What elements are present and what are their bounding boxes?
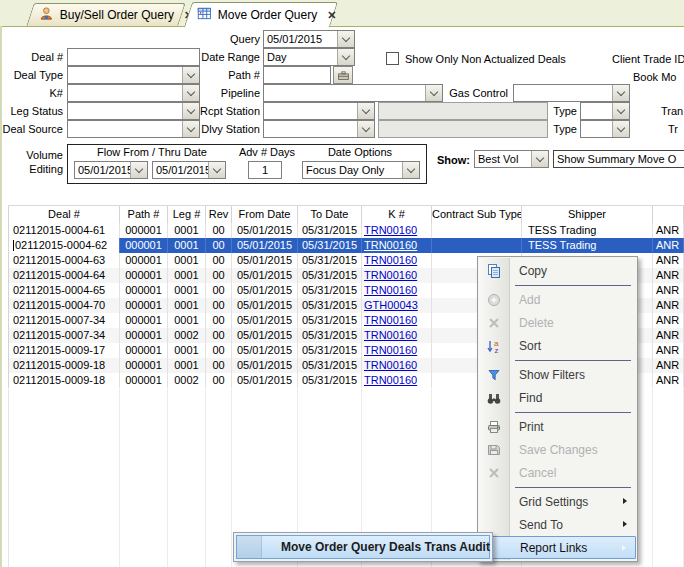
submenu-item-move-order-query-deals-trans-audit[interactable]: Move Order Query Deals Trans Audit	[236, 535, 490, 559]
menu-item-send-to[interactable]: Send To	[479, 513, 636, 536]
tab-buy-sell-order-query[interactable]: Buy/Sell Order Query ✕	[26, 3, 185, 26]
k-number-combo[interactable]	[67, 84, 200, 102]
grid-cell[interactable]: 0001	[168, 358, 206, 373]
grid-cell[interactable]: 02112015-0009-18	[8, 373, 120, 388]
grid-cell[interactable]: 05/31/2015	[298, 238, 362, 253]
column-header-k-[interactable]: K #	[362, 206, 432, 224]
dropdown-button[interactable]	[130, 162, 147, 178]
column-header-rev[interactable]: Rev	[206, 206, 232, 224]
grid-cell[interactable]: 00	[206, 223, 232, 238]
show-only-non-actualized-checkbox[interactable]	[386, 52, 399, 65]
grid-cell[interactable]: TRN00160	[362, 283, 432, 298]
grid-cell[interactable]: 00	[206, 298, 232, 313]
grid-cell[interactable]: 05/31/2015	[298, 253, 362, 268]
grid-cell[interactable]: 000001	[120, 313, 168, 328]
dropdown-button[interactable]	[612, 85, 629, 101]
grid-cell[interactable]: 000001	[120, 343, 168, 358]
grid-cell[interactable]: 000001	[120, 223, 168, 238]
grid-cell[interactable]: 0001	[168, 298, 206, 313]
date-range-combo[interactable]: Day	[263, 48, 355, 66]
grid-cell[interactable]: 0001	[168, 343, 206, 358]
column-header-blank[interactable]	[653, 206, 684, 224]
grid-cell[interactable]: 05/01/2015	[232, 313, 298, 328]
grid-cell[interactable]: TESS Trading	[522, 238, 653, 253]
grid-cell[interactable]: 00	[206, 268, 232, 283]
grid-cell[interactable]: 05/31/2015	[298, 268, 362, 283]
grid-cell[interactable]: 05/31/2015	[298, 328, 362, 343]
table-row[interactable]: 02112015-0004-6200000100010005/01/201505…	[8, 238, 684, 253]
grid-cell[interactable]: 05/01/2015	[232, 253, 298, 268]
grid-cell[interactable]: TESS Trading	[522, 223, 653, 238]
grid-cell[interactable]: 05/01/2015	[232, 298, 298, 313]
grid-cell[interactable]: 05/01/2015	[232, 283, 298, 298]
grid-cell[interactable]: 02112015-0004-65	[8, 283, 120, 298]
grid-cell[interactable]: 02112015-0007-34	[8, 313, 120, 328]
grid-cell[interactable]: 05/31/2015	[298, 223, 362, 238]
dropdown-button[interactable]	[357, 103, 374, 119]
grid-cell[interactable]: 05/31/2015	[298, 313, 362, 328]
grid-cell[interactable]: TRN00160	[362, 373, 432, 388]
grid-cell[interactable]: 02112015-0009-18	[8, 358, 120, 373]
grid-cell[interactable]: 05/31/2015	[298, 343, 362, 358]
grid-cell[interactable]: 0001	[168, 223, 206, 238]
grid-cell[interactable]: TRN00160	[362, 358, 432, 373]
grid-cell[interactable]: 000001	[120, 373, 168, 388]
dlvy-type-combo[interactable]	[580, 120, 630, 138]
column-header-deal-[interactable]: Deal #	[8, 206, 120, 224]
grid-cell[interactable]: 00	[206, 373, 232, 388]
column-header-to-date[interactable]: To Date	[298, 206, 362, 224]
grid-cell[interactable]: 00	[206, 313, 232, 328]
grid-cell[interactable]: 0001	[168, 313, 206, 328]
flow-thru-date-combo[interactable]: 05/01/2015	[152, 161, 226, 179]
k-number-link[interactable]: TRN00160	[364, 329, 417, 341]
dropdown-button[interactable]	[531, 151, 548, 167]
dropdown-button[interactable]	[208, 162, 225, 178]
grid-cell[interactable]: 0001	[168, 268, 206, 283]
k-number-link[interactable]: TRN00160	[364, 254, 417, 266]
grid-cell[interactable]	[432, 238, 522, 253]
dropdown-button[interactable]	[612, 103, 629, 119]
dlvy-station-combo[interactable]	[263, 120, 375, 138]
grid-cell[interactable]: TRN00160	[362, 268, 432, 283]
grid-cell[interactable]: 05/31/2015	[298, 283, 362, 298]
grid-cell[interactable]: TRN00160	[362, 223, 432, 238]
grid-cell[interactable]: TRN00160	[362, 313, 432, 328]
grid-cell[interactable]: 05/01/2015	[232, 343, 298, 358]
rcpt-station-combo[interactable]	[263, 102, 375, 120]
grid-cell[interactable]: 02112015-0004-64	[8, 268, 120, 283]
grid-cell[interactable]: 0001	[168, 283, 206, 298]
grid-cell[interactable]: ANR	[653, 313, 684, 328]
grid-cell[interactable]: 00	[206, 283, 232, 298]
grid-cell[interactable]: ANR	[653, 283, 684, 298]
grid-cell[interactable]: ANR	[653, 328, 684, 343]
dropdown-button[interactable]	[357, 121, 374, 137]
menu-item-print[interactable]: Print	[479, 415, 636, 438]
grid-cell[interactable]: 05/01/2015	[232, 373, 298, 388]
rcpt-type-combo[interactable]	[580, 102, 630, 120]
grid-cell[interactable]: 0001	[168, 253, 206, 268]
menu-item-find[interactable]: Find	[479, 386, 636, 409]
tab-move-order-query[interactable]: Move Order Query ✕	[184, 2, 338, 27]
grid-cell[interactable]: ANR	[653, 253, 684, 268]
menu-item-copy[interactable]: Copy	[479, 259, 636, 282]
grid-cell[interactable]: 05/31/2015	[298, 358, 362, 373]
menu-item-show-filters[interactable]: Show Filters	[479, 363, 636, 386]
grid-cell[interactable]: ANR	[653, 238, 684, 253]
grid-cell[interactable]: ANR	[653, 358, 684, 373]
grid-cell[interactable]: TRN00160	[362, 238, 432, 253]
grid-cell[interactable]: 000001	[120, 268, 168, 283]
grid-cell[interactable]: 000001	[120, 283, 168, 298]
dropdown-button[interactable]	[402, 162, 419, 178]
k-number-link[interactable]: TRN00160	[364, 374, 417, 386]
deal-source-combo[interactable]	[67, 120, 200, 138]
grid-cell[interactable]: 02112015-0004-70	[8, 298, 120, 313]
menu-item-grid-settings[interactable]: Grid Settings	[479, 490, 636, 513]
grid-cell[interactable]: 05/01/2015	[232, 328, 298, 343]
grid-cell[interactable]: 000001	[120, 358, 168, 373]
column-header-shipper[interactable]: Shipper	[522, 206, 653, 224]
grid-cell[interactable]: 02112015-0009-17	[8, 343, 120, 358]
grid-cell[interactable]: ANR	[653, 343, 684, 358]
k-number-link[interactable]: TRN00160	[364, 224, 417, 236]
show-mode-combo[interactable]: Best Vol	[474, 150, 549, 168]
grid-cell[interactable]: 000001	[120, 238, 168, 253]
